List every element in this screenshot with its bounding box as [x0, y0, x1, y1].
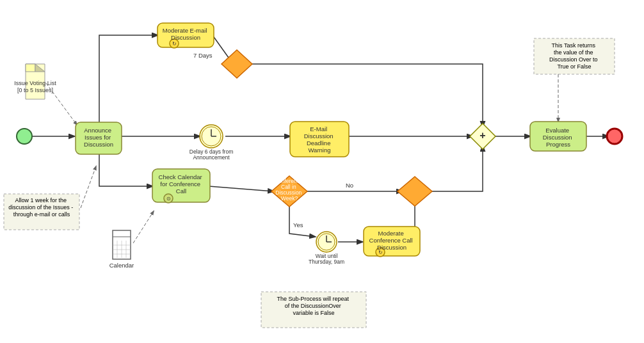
- delay-label-line2: Announcement: [193, 154, 230, 161]
- issue-voting-label: Issue Voting List: [14, 80, 56, 86]
- 7days-label: 7 Days: [193, 52, 213, 59]
- dash-issuevoting-announce: [46, 83, 77, 125]
- evaluate-label: Evaluate Discussion Progress: [543, 127, 574, 148]
- moderate-email-marker-text: ↻: [172, 41, 177, 47]
- bpmn-diagram: Issue Voting List [0 to 5 Issues] Allow …: [0, 0, 644, 343]
- no-diamond: [398, 177, 432, 206]
- parallel-gateway-plus: +: [479, 130, 485, 141]
- flow-conf-wait: [289, 204, 315, 237]
- yes-label: Yes: [293, 221, 303, 228]
- wait-label-line2: Thursday, 9am: [309, 259, 344, 265]
- dash-allow-announce: [81, 166, 96, 208]
- calendar-doc: Calendar: [109, 230, 134, 269]
- flow-announce-checkcal: [99, 154, 152, 186]
- issue-voting-doc: Issue Voting List [0 to 5 Issues]: [14, 64, 56, 99]
- start-event: [17, 129, 32, 144]
- end-event: [607, 129, 622, 144]
- check-cal-clock: ⊙: [166, 196, 171, 202]
- announce-label: Announce Issues for Discussion: [84, 127, 113, 148]
- flow-7days-parallel: [248, 64, 483, 127]
- calendar-label: Calendar: [109, 262, 134, 269]
- allow-week-text: Allow 1 week for the discussion of the I…: [8, 197, 75, 218]
- no-label: No: [346, 182, 353, 189]
- flow-checkcal-confdiamond: [209, 186, 273, 191]
- dash-calendar-checkcal: [133, 211, 154, 243]
- diagram-svg: Issue Voting List [0 to 5 Issues] Allow …: [0, 0, 644, 343]
- flow-no-parallel: [428, 146, 483, 191]
- flow-announce-moderate-email: [99, 35, 157, 122]
- svg-text:[0 to 5 Issues]: [0 to 5 Issues]: [17, 87, 53, 93]
